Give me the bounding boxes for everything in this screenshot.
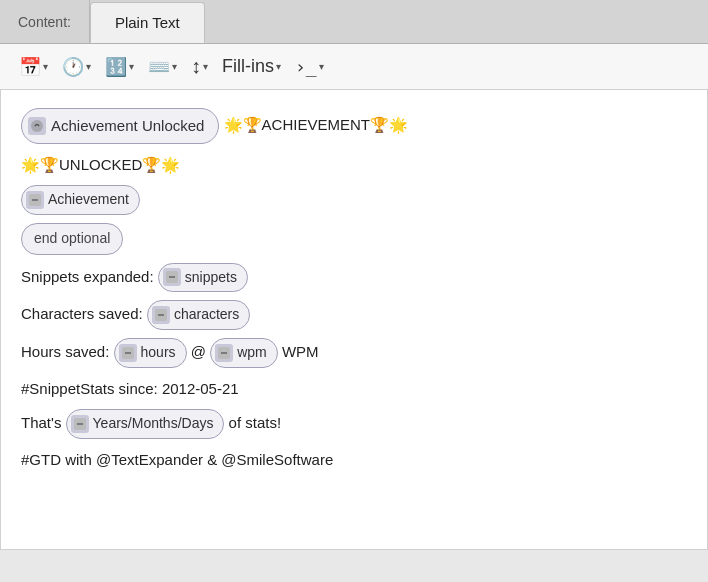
ymd-pill[interactable]: Years/Months/Days (66, 409, 225, 439)
line1-emojis: 🌟🏆ACHIEVEMENT🏆🌟 (224, 116, 408, 133)
tab-plain-text[interactable]: Plain Text (90, 2, 205, 43)
hours-label: Hours saved: (21, 343, 109, 360)
script-chevron: ▾ (319, 61, 324, 72)
fillins-chevron: ▾ (276, 61, 281, 72)
clock-chevron: ▾ (86, 61, 91, 72)
cursor-button[interactable]: ↕ ▾ (186, 52, 213, 81)
clock-button[interactable]: 🕐 ▾ (57, 53, 96, 81)
script-button[interactable]: ›_ ▾ (290, 53, 329, 80)
wpm-unit: WPM (282, 343, 319, 360)
cursor-icon: ↕ (191, 55, 201, 78)
characters-label: Characters saved: (21, 305, 143, 322)
line-snippets: Snippets expanded: snippets (21, 263, 687, 293)
achievement-pill[interactable]: Achievement (21, 185, 140, 215)
wpm-pill[interactable]: wpm (210, 338, 278, 368)
line-achievement-pill: Achievement (21, 185, 687, 215)
pill-icon-wpm (215, 344, 233, 362)
calc-chevron: ▾ (129, 61, 134, 72)
line-gtd: #GTD with @TextExpander & @SmileSoftware (21, 447, 687, 473)
line-end-optional: end optional (21, 223, 687, 255)
clock-icon: 🕐 (62, 56, 84, 78)
content-label: Content: (0, 0, 90, 43)
svg-point-0 (31, 120, 43, 132)
calculator-icon: 🔢 (105, 56, 127, 78)
characters-pill-label: characters (174, 303, 239, 327)
content-editor[interactable]: Achievement Unlocked 🌟🏆ACHIEVEMENT🏆🌟 🌟🏆U… (0, 90, 708, 550)
line-achievement-unlocked: Achievement Unlocked 🌟🏆ACHIEVEMENT🏆🌟 (21, 108, 687, 144)
characters-pill[interactable]: characters (147, 300, 250, 330)
fillins-label: Fill-ins (222, 56, 274, 77)
end-optional-button[interactable]: end optional (21, 223, 123, 255)
line-unlocked-emojis: 🌟🏆UNLOCKED🏆🌟 (21, 152, 687, 178)
pill-icon-hours (119, 344, 137, 362)
hours-pill-label: hours (141, 341, 176, 365)
hours-pill[interactable]: hours (114, 338, 187, 368)
editor-toolbar: 📅 ▾ 🕐 ▾ 🔢 ▾ ⌨️ ▾ ↕ ▾ Fill-ins ▾ ›_ ▾ (0, 44, 708, 90)
pill-icon-snippets (163, 268, 181, 286)
line-thats: That's Years/Months/Days of stats! (21, 409, 687, 439)
line-hours: Hours saved: hours @ wpm WPM (21, 338, 687, 368)
tab-label-text: Content: (18, 14, 71, 30)
cursor-chevron: ▾ (203, 61, 208, 72)
calendar-chevron: ▾ (43, 61, 48, 72)
calculator-button[interactable]: 🔢 ▾ (100, 53, 139, 81)
snippets-label: Snippets expanded: (21, 267, 154, 284)
pill-icon-characters (152, 306, 170, 324)
achievement-unlocked-pill[interactable]: Achievement Unlocked (21, 108, 219, 144)
line2-emojis: 🌟🏆UNLOCKED🏆🌟 (21, 156, 180, 173)
snippets-pill-label: snippets (185, 266, 237, 290)
script-label: ›_ (295, 56, 317, 77)
keyboard-icon: ⌨️ (148, 56, 170, 78)
of-stats-label: of stats! (229, 414, 282, 431)
wpm-pill-label: wpm (237, 341, 267, 365)
end-optional-label: end optional (34, 230, 110, 246)
fillins-button[interactable]: Fill-ins ▾ (217, 53, 286, 80)
pill-icon-ymd (71, 415, 89, 433)
pill-icon-1 (28, 117, 46, 135)
line-characters: Characters saved: characters (21, 300, 687, 330)
calendar-icon: 📅 (19, 56, 41, 78)
gtd-text: #GTD with @TextExpander & @SmileSoftware (21, 451, 333, 468)
keyboard-button[interactable]: ⌨️ ▾ (143, 53, 182, 81)
achievement-pill-label: Achievement (48, 188, 129, 212)
keyboard-chevron: ▾ (172, 61, 177, 72)
thats-label: That's (21, 414, 61, 431)
ymd-pill-label: Years/Months/Days (93, 412, 214, 436)
stats-since-text: #SnippetStats since: 2012-05-21 (21, 380, 239, 397)
calendar-button[interactable]: 📅 ▾ (14, 53, 53, 81)
at-label: @ (191, 343, 206, 360)
line-stats-since: #SnippetStats since: 2012-05-21 (21, 376, 687, 402)
tab-plain-text-label: Plain Text (115, 14, 180, 31)
achievement-unlocked-label: Achievement Unlocked (51, 113, 204, 139)
snippets-pill[interactable]: snippets (158, 263, 248, 293)
pill-icon-2 (26, 191, 44, 209)
